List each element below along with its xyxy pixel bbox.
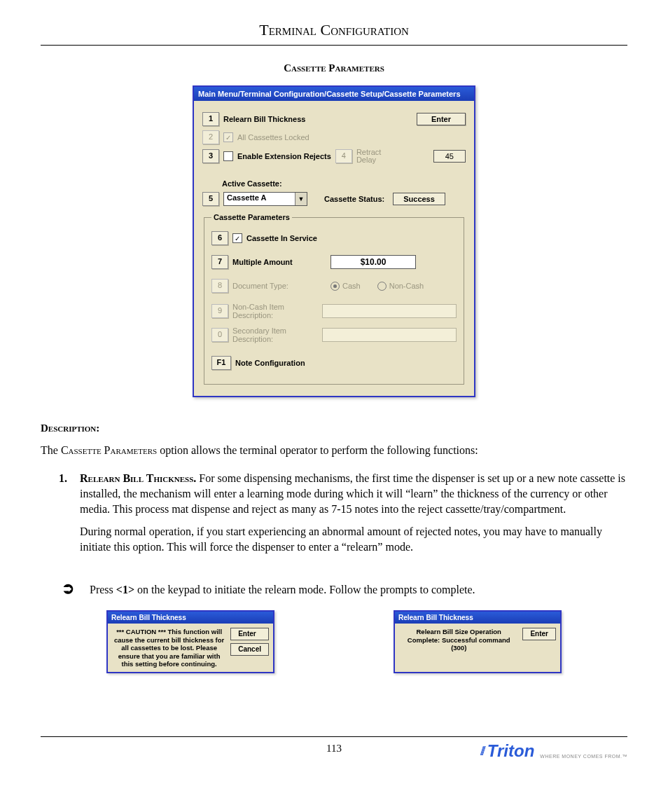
- mini-title-right: Relearn Bill Thickness: [395, 612, 560, 624]
- key-3-button[interactable]: 3: [202, 149, 219, 163]
- key-1-button[interactable]: 1: [202, 112, 219, 126]
- chevron-down-icon[interactable]: ▼: [295, 193, 307, 205]
- arrow-icon: ➲: [62, 581, 74, 596]
- description-heading: Description:: [41, 421, 627, 436]
- all-cassettes-locked-label: All Cassettes Locked: [237, 133, 309, 142]
- retract-delay-value: 45: [433, 150, 466, 163]
- cassette-in-service-checkbox[interactable]: ✓: [232, 233, 242, 243]
- key-9-button: 9: [211, 304, 228, 318]
- brand-tagline: WHERE MONEY COMES FROM.™: [540, 754, 627, 759]
- page-title: Terminal Configuration: [41, 21, 627, 46]
- section-title: Cassette Parameters: [41, 62, 627, 74]
- secondary-desc-field: [322, 328, 457, 342]
- list-item-1: 1. Relearn Bill Thickness. For some disp…: [59, 471, 627, 562]
- page-footer: 113 //// Triton WHERE MONEY COMES FROM.™: [41, 736, 627, 773]
- key-5-button[interactable]: 5: [202, 192, 219, 206]
- key-8-button: 8: [211, 279, 228, 293]
- brand-name: Triton: [487, 741, 535, 761]
- cassette-parameters-group: Cassette Parameters 6 ✓ Cassette In Serv…: [204, 213, 464, 385]
- relearn-bill-thickness-label: Relearn Bill Thickness: [223, 115, 305, 123]
- cassette-parameters-dialog: Main Menu/Terminal Configuration/Cassett…: [193, 85, 475, 397]
- mini-text-right: Relearn Bill Size Operation Complete: Su…: [399, 628, 518, 652]
- relearn-caution-dialog: Relearn Bill Thickness *** CAUTION *** T…: [106, 610, 274, 674]
- mini-enter-button-left[interactable]: Enter: [230, 628, 269, 640]
- cassette-status-label: Cassette Status:: [324, 195, 384, 203]
- cassette-parameters-legend: Cassette Parameters: [211, 213, 292, 221]
- multiple-amount-value[interactable]: $10.00: [330, 255, 416, 269]
- instruction-line: ➲ Press <1> on the keypad to initiate th…: [62, 582, 627, 598]
- list-number: 1.: [59, 471, 67, 562]
- active-cassette-label: Active Cassette:: [222, 179, 282, 188]
- wings-icon: ////: [480, 744, 483, 759]
- noncash-radio-label: Non-Cash: [389, 282, 424, 290]
- mini-title-left: Relearn Bill Thickness: [108, 612, 273, 624]
- relearn-complete-dialog: Relearn Bill Thickness Relearn Bill Size…: [394, 610, 562, 674]
- relearn-heading: Relearn Bill Thickness.: [80, 472, 196, 484]
- enable-extension-rejects-checkbox[interactable]: [223, 151, 233, 161]
- key-7-button[interactable]: 7: [211, 255, 228, 269]
- note-configuration-label: Note Configuration: [235, 359, 305, 367]
- key-0-button: 0: [211, 328, 228, 342]
- key-2-button: 2: [202, 130, 219, 144]
- relearn-p2: During normal operation, if you start ex…: [80, 524, 627, 555]
- all-cassettes-locked-checkbox: ✓: [223, 132, 233, 142]
- mini-cancel-button-left[interactable]: Cancel: [230, 643, 269, 656]
- cash-radio: [330, 282, 340, 291]
- active-cassette-select[interactable]: Cassette A ▼: [223, 192, 307, 206]
- secondary-desc-label: Secondary Item Description:: [232, 326, 309, 343]
- enable-extension-rejects-label: Enable Extension Rejects: [237, 152, 331, 160]
- noncash-desc-label: Non-Cash Item Description:: [232, 303, 309, 319]
- enter-button[interactable]: Enter: [417, 113, 466, 125]
- retract-delay-label: Retract Delay: [356, 149, 391, 164]
- multiple-amount-label: Multiple Amount: [232, 258, 309, 266]
- document-type-label: Document Type:: [232, 282, 309, 290]
- description-intro: The Cassette Parameters option allows th…: [41, 443, 627, 458]
- cassette-status-value: Success: [393, 193, 445, 205]
- cash-radio-label: Cash: [342, 282, 361, 290]
- mini-text-left: *** CAUTION *** This function will cause…: [112, 628, 226, 668]
- noncash-radio: [377, 282, 387, 291]
- key-4-button: 4: [335, 149, 352, 163]
- key-6-button[interactable]: 6: [211, 231, 228, 245]
- mini-enter-button-right[interactable]: Enter: [522, 628, 556, 640]
- key-f1-button[interactable]: F1: [211, 356, 231, 370]
- cassette-in-service-label: Cassette In Service: [246, 234, 317, 242]
- dialog-titlebar: Main Menu/Terminal Configuration/Cassett…: [194, 87, 474, 101]
- noncash-desc-field: [322, 304, 457, 318]
- active-cassette-value: Cassette A: [224, 193, 295, 205]
- brand-logo: //// Triton WHERE MONEY COMES FROM.™: [480, 741, 627, 761]
